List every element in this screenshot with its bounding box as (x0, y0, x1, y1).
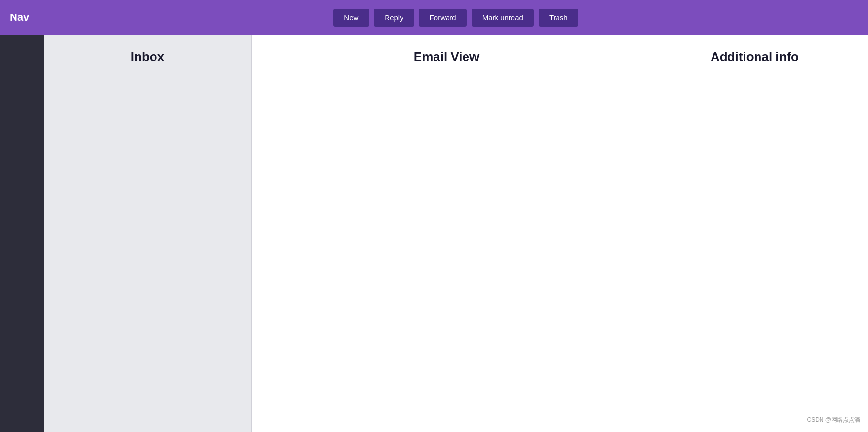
trash-button[interactable]: Trash (539, 9, 578, 27)
additional-info-panel: Additional info (641, 35, 868, 432)
reply-button[interactable]: Reply (374, 9, 414, 27)
email-view-panel: Email View (252, 35, 641, 432)
watermark: CSDN @网络点点滴 (807, 416, 860, 424)
email-view-title: Email View (252, 49, 641, 74)
nav-button-group: New Reply Forward Mark unread Trash (333, 9, 578, 27)
new-button[interactable]: New (333, 9, 369, 27)
mark-unread-button[interactable]: Mark unread (472, 9, 534, 27)
forward-button[interactable]: Forward (419, 9, 467, 27)
inbox-title: Inbox (44, 49, 251, 74)
nav-logo: Nav (10, 11, 53, 24)
inbox-panel: Inbox (44, 35, 252, 432)
additional-info-title: Additional info (641, 49, 868, 74)
main-content: Inbox Email View Additional info (0, 35, 868, 432)
sidebar (0, 35, 44, 432)
navbar: Nav New Reply Forward Mark unread Trash (0, 0, 868, 35)
